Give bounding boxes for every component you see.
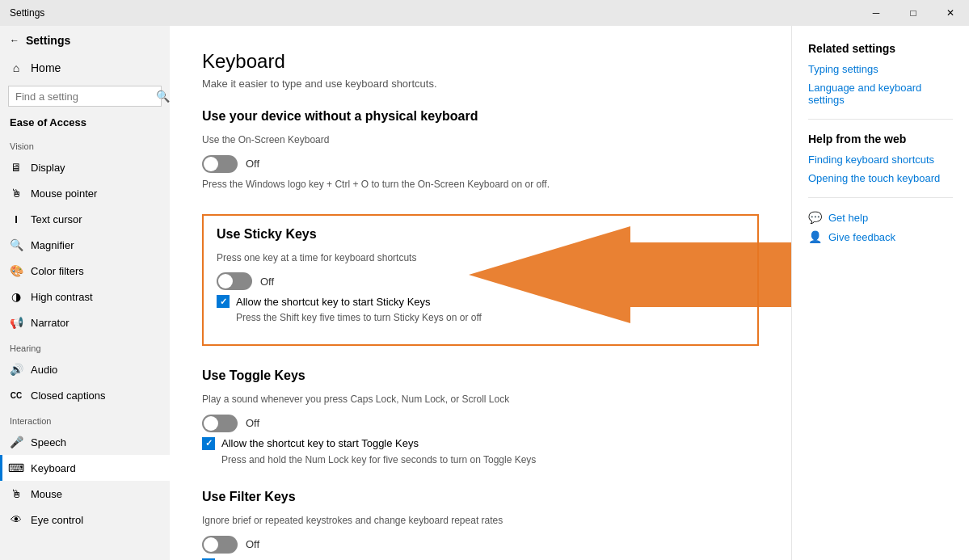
filter-keys-knob bbox=[204, 537, 218, 552]
hearing-section-label: Hearing bbox=[0, 335, 170, 356]
display-icon: 🖥 bbox=[10, 161, 23, 174]
feedback-icon: 👤 bbox=[808, 230, 822, 243]
sidebar-item-mouse[interactable]: 🖱 Mouse bbox=[0, 481, 170, 507]
page-subtitle: Make it easier to type and use keyboard … bbox=[202, 78, 759, 90]
sidebar-item-color-filters[interactable]: 🎨 Color filters bbox=[0, 258, 170, 284]
sticky-toggle-knob bbox=[218, 274, 233, 288]
search-icon: 🔍 bbox=[156, 90, 170, 103]
filter-section-title: Use Filter Keys bbox=[202, 490, 759, 504]
home-label: Home bbox=[31, 61, 61, 74]
toggle-section-title: Use Toggle Keys bbox=[202, 368, 759, 383]
on-screen-toggle-row: Off bbox=[202, 155, 759, 173]
vision-section-label: Vision bbox=[0, 133, 170, 154]
on-screen-keyboard-label: Use the On-Screen Keyboard bbox=[202, 133, 759, 147]
typing-settings-link[interactable]: Typing settings bbox=[808, 63, 953, 75]
minimize-button[interactable]: ─ bbox=[857, 0, 895, 26]
on-screen-section-title: Use your device without a physical keybo… bbox=[202, 109, 759, 124]
give-feedback-link[interactable]: Give feedback bbox=[828, 231, 895, 243]
language-settings-link[interactable]: Language and keyboard settings bbox=[808, 82, 953, 106]
toggle-keys-checkbox[interactable]: ✓ bbox=[202, 437, 215, 450]
on-screen-hint: Press the Windows logo key + Ctrl + O to… bbox=[202, 178, 759, 192]
sidebar-item-closed-captions[interactable]: CC Closed captions bbox=[0, 382, 170, 408]
sidebar-item-label: Magnifier bbox=[31, 239, 74, 251]
back-arrow-icon: ← bbox=[10, 35, 19, 46]
narrator-icon: 📢 bbox=[10, 316, 23, 329]
get-help-row: 💬 Get help bbox=[808, 211, 953, 224]
sidebar-item-label: Narrator bbox=[31, 317, 70, 329]
sidebar-item-home[interactable]: ⌂ Home bbox=[0, 55, 170, 81]
sidebar-item-label: Audio bbox=[31, 364, 57, 376]
checkmark-icon: ✓ bbox=[205, 438, 213, 448]
filter-keys-toggle-row: Off bbox=[202, 536, 759, 554]
closed-captions-icon: CC bbox=[10, 389, 23, 402]
toggle-knob bbox=[204, 157, 218, 171]
sticky-checkbox-hint: Press the Shift key five times to turn S… bbox=[217, 311, 744, 325]
sticky-checkbox-row: ✓ Allow the shortcut key to start Sticky… bbox=[217, 295, 744, 308]
toggle-keys-toggle-row: Off bbox=[202, 415, 759, 432]
main-content: Keyboard Make it easier to type and use … bbox=[170, 26, 791, 560]
home-icon: ⌂ bbox=[10, 61, 23, 74]
sidebar-item-label: Text cursor bbox=[31, 213, 82, 225]
filter-keys-desc: Ignore brief or repeated keystrokes and … bbox=[202, 514, 759, 528]
mouse-icon: 🖱 bbox=[10, 487, 23, 500]
related-settings-title: Related settings bbox=[808, 42, 953, 55]
titlebar-title: Settings bbox=[10, 7, 44, 19]
sticky-toggle-row: Off bbox=[217, 272, 744, 290]
page-title: Keyboard bbox=[202, 50, 759, 73]
magnifier-icon: 🔍 bbox=[10, 238, 23, 251]
opening-touch-link[interactable]: Opening the touch keyboard bbox=[808, 172, 953, 184]
sidebar-item-text-cursor[interactable]: I Text cursor bbox=[0, 206, 170, 232]
toggle-keys-desc: Play a sound whenever you press Caps Loc… bbox=[202, 393, 759, 406]
sidebar-item-display[interactable]: 🖥 Display bbox=[0, 154, 170, 180]
sidebar-item-label: High contrast bbox=[31, 291, 93, 303]
sticky-toggle[interactable] bbox=[217, 272, 252, 290]
search-box[interactable]: 🔍 bbox=[8, 86, 162, 107]
toggle-keys-toggle[interactable] bbox=[202, 415, 238, 432]
speech-icon: 🎤 bbox=[10, 436, 23, 448]
sticky-checkbox[interactable]: ✓ bbox=[217, 295, 230, 308]
divider2 bbox=[808, 197, 953, 198]
filter-keys-label: Off bbox=[246, 538, 259, 550]
sidebar-item-eye-control[interactable]: 👁 Eye control bbox=[0, 507, 170, 533]
search-input[interactable] bbox=[15, 91, 151, 103]
sidebar-item-keyboard[interactable]: ⌨ Keyboard bbox=[0, 455, 170, 481]
get-help-link[interactable]: Get help bbox=[828, 212, 868, 224]
sidebar-item-label: Closed captions bbox=[31, 389, 106, 402]
breadcrumb: Ease of Access bbox=[0, 112, 170, 133]
sticky-section-title: Use Sticky Keys bbox=[217, 227, 744, 242]
sidebar-item-magnifier[interactable]: 🔍 Magnifier bbox=[0, 232, 170, 258]
audio-icon: 🔊 bbox=[10, 363, 23, 376]
sticky-keys-section: Use Sticky Keys Press one key at a time … bbox=[202, 214, 759, 347]
toggle-keys-section: Use Toggle Keys Play a sound whenever yo… bbox=[202, 368, 759, 467]
on-screen-toggle[interactable] bbox=[202, 155, 238, 173]
sidebar-item-audio[interactable]: 🔊 Audio bbox=[0, 356, 170, 382]
toggle-keys-checkbox-label: Allow the shortcut key to start Toggle K… bbox=[221, 437, 419, 449]
back-button[interactable]: ← Settings bbox=[0, 26, 170, 55]
text-cursor-icon: I bbox=[10, 213, 23, 225]
color-filters-icon: 🎨 bbox=[10, 264, 23, 277]
back-label: Settings bbox=[26, 34, 70, 47]
divider bbox=[808, 119, 953, 120]
sidebar-item-mouse-pointer[interactable]: 🖱 Mouse pointer bbox=[0, 180, 170, 206]
give-feedback-row: 👤 Give feedback bbox=[808, 230, 953, 243]
restore-button[interactable]: □ bbox=[895, 0, 932, 26]
sidebar-item-speech[interactable]: 🎤 Speech bbox=[0, 429, 170, 455]
eye-control-icon: 👁 bbox=[10, 513, 23, 526]
sidebar-item-label: Speech bbox=[31, 436, 66, 448]
toggle-keys-hint: Press and hold the Num Lock key for five… bbox=[202, 453, 759, 467]
high-contrast-icon: ◑ bbox=[10, 290, 23, 303]
sidebar-item-label: Keyboard bbox=[31, 462, 76, 474]
interaction-section-label: Interaction bbox=[0, 408, 170, 429]
filter-keys-toggle[interactable] bbox=[202, 536, 238, 554]
sidebar: ← Settings ⌂ Home 🔍 Ease of Access Visio… bbox=[0, 26, 170, 560]
close-button[interactable]: ✕ bbox=[932, 0, 969, 26]
sticky-checkbox-label: Allow the shortcut key to start Sticky K… bbox=[236, 296, 431, 308]
toggle-keys-checkbox-row: ✓ Allow the shortcut key to start Toggle… bbox=[202, 437, 759, 450]
sticky-desc: Press one key at a time for keyboard sho… bbox=[217, 251, 744, 265]
sidebar-item-narrator[interactable]: 📢 Narrator bbox=[0, 309, 170, 335]
filter-keys-section: Use Filter Keys Ignore brief or repeated… bbox=[202, 490, 759, 560]
sidebar-item-high-contrast[interactable]: ◑ High contrast bbox=[0, 284, 170, 309]
right-panel: Related settings Typing settings Languag… bbox=[791, 26, 969, 560]
finding-shortcuts-link[interactable]: Finding keyboard shortcuts bbox=[808, 154, 953, 166]
on-screen-keyboard-section: Use your device without a physical keybo… bbox=[202, 109, 759, 192]
